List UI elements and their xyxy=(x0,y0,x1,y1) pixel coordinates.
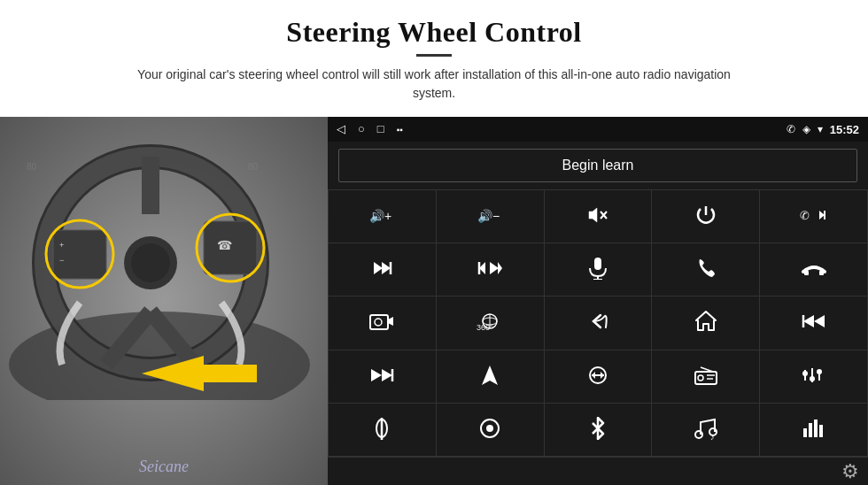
phone-button[interactable] xyxy=(652,243,760,296)
vol-down-button[interactable]: 🔊− xyxy=(437,190,545,243)
power-icon xyxy=(694,204,717,229)
svg-text:+: + xyxy=(59,241,64,250)
svg-rect-8 xyxy=(53,230,106,279)
swap-button[interactable] xyxy=(545,350,653,404)
svg-marker-26 xyxy=(382,262,391,274)
eq-icon xyxy=(802,365,826,389)
hang-up-icon xyxy=(802,258,826,281)
recent-nav-icon[interactable]: □ xyxy=(377,122,384,136)
time-display: 15:52 xyxy=(830,123,859,136)
svg-point-39 xyxy=(375,319,382,326)
power-button[interactable] xyxy=(652,190,760,243)
home-nav-icon[interactable]: ○ xyxy=(358,122,365,136)
rewind-button[interactable] xyxy=(760,296,868,350)
svg-marker-54 xyxy=(601,372,604,379)
svg-rect-74 xyxy=(803,428,807,437)
svg-point-62 xyxy=(802,371,808,376)
wifi-icon: ◈ xyxy=(802,123,810,135)
car-image-section: + − ☎ 80 80 Seicane xyxy=(0,117,328,485)
home-button[interactable] xyxy=(652,296,760,350)
svg-rect-35 xyxy=(804,271,809,275)
play-next-button[interactable] xyxy=(329,243,437,296)
mute-button[interactable] xyxy=(545,190,653,243)
svg-text:🔊−: 🔊− xyxy=(477,209,500,224)
cam360-button[interactable]: 360° xyxy=(437,296,545,350)
svg-text:🔊+: 🔊+ xyxy=(369,209,391,224)
watermark: Seicane xyxy=(139,458,189,476)
bluetooth-button[interactable] xyxy=(545,404,653,457)
swap-icon xyxy=(585,366,610,388)
svg-marker-50 xyxy=(382,369,392,381)
svg-point-66 xyxy=(817,369,822,374)
cam360-icon: 360° xyxy=(475,311,505,335)
media-icon: ▪▪ xyxy=(397,125,403,135)
svg-marker-46 xyxy=(814,315,825,327)
nav-icon xyxy=(480,364,500,389)
title-divider xyxy=(416,54,452,57)
phone-icon xyxy=(695,258,717,281)
svg-text:−: − xyxy=(59,256,64,265)
camera-icon xyxy=(369,311,394,335)
radio-button[interactable] xyxy=(652,350,760,404)
bluetooth-icon xyxy=(590,417,606,443)
prev-next-button[interactable] xyxy=(437,243,545,296)
mic2-button[interactable] xyxy=(329,404,437,457)
call-prev-button[interactable]: ✆ xyxy=(760,190,868,243)
svg-text:☎: ☎ xyxy=(217,238,232,252)
home-icon xyxy=(694,310,717,335)
back-nav-icon[interactable]: ◁ xyxy=(337,122,345,136)
status-bar: ◁ ○ □ ▪▪ ✆ ◈ ▾ 15:52 xyxy=(328,117,868,142)
dial-button[interactable] xyxy=(437,404,545,457)
play-next-icon xyxy=(370,258,393,281)
svg-rect-37 xyxy=(370,315,388,329)
vol-up-button[interactable]: 🔊+ xyxy=(329,190,437,243)
svg-marker-25 xyxy=(374,262,383,274)
spectrum-icon xyxy=(802,418,826,442)
mic-button[interactable] xyxy=(545,243,653,296)
eq-button[interactable] xyxy=(760,350,868,404)
nav-button[interactable] xyxy=(437,350,545,404)
skip-fwd-button[interactable] xyxy=(329,350,437,404)
dial-icon xyxy=(478,417,501,443)
begin-learn-button[interactable]: Begin learn xyxy=(338,149,857,182)
svg-point-70 xyxy=(486,425,493,432)
svg-marker-51 xyxy=(482,366,498,385)
svg-text:360°: 360° xyxy=(477,323,493,332)
spectrum-button[interactable] xyxy=(760,404,868,457)
back-button[interactable] xyxy=(545,296,653,350)
svg-marker-55 xyxy=(592,372,595,379)
settings-gear-icon[interactable]: ⚙ xyxy=(841,460,859,483)
svg-marker-44 xyxy=(696,312,716,330)
signal-icon: ▾ xyxy=(818,123,823,135)
svg-point-64 xyxy=(810,376,815,381)
page-wrapper: Steering Wheel Control Your original car… xyxy=(0,0,868,485)
hang-up-button[interactable] xyxy=(760,243,868,296)
bottom-gear-row: ⚙ xyxy=(328,457,868,485)
phone-signal-icon: ✆ xyxy=(787,123,795,135)
mute-icon xyxy=(585,205,610,227)
prev-next-icon xyxy=(477,258,502,281)
rewind-icon xyxy=(802,312,826,334)
svg-text:✆: ✆ xyxy=(800,209,810,222)
page-title: Steering Wheel Control xyxy=(18,16,850,49)
skip-fwd-icon xyxy=(369,366,394,388)
begin-learn-row: Begin learn xyxy=(328,142,868,189)
mic-icon xyxy=(588,257,608,282)
vol-down-icon: 🔊− xyxy=(477,205,502,227)
svg-marker-31 xyxy=(498,262,502,274)
mic2-icon xyxy=(372,417,391,443)
status-left: ◁ ○ □ ▪▪ xyxy=(337,122,403,136)
android-panel: ◁ ○ □ ▪▪ ✆ ◈ ▾ 15:52 Begin learn xyxy=(328,117,868,485)
svg-marker-30 xyxy=(490,262,499,274)
svg-rect-76 xyxy=(814,420,818,437)
controls-grid: 🔊+ 🔊− xyxy=(328,189,868,457)
call-prev-icon: ✆ xyxy=(800,205,828,227)
header-section: Steering Wheel Control Your original car… xyxy=(0,0,868,110)
svg-rect-77 xyxy=(819,425,823,437)
camera-button[interactable] xyxy=(329,296,437,350)
svg-rect-32 xyxy=(594,258,601,270)
music-button[interactable]: ♪ xyxy=(652,404,760,457)
content-area: + − ☎ 80 80 Seicane xyxy=(0,117,868,485)
svg-point-7 xyxy=(131,243,170,282)
back-icon xyxy=(586,312,609,334)
